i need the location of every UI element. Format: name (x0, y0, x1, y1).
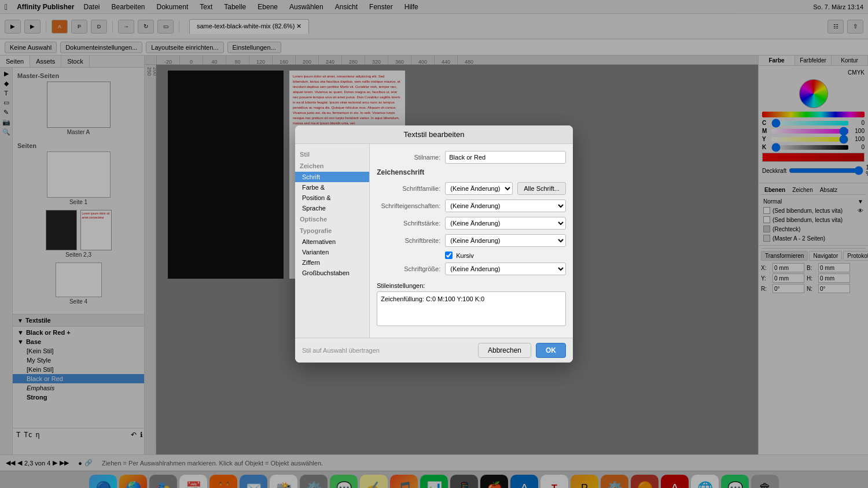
dialog-item-position[interactable]: Position & (295, 193, 369, 203)
stilname-row: Stilname: (377, 151, 566, 164)
dialog-item-sprache[interactable]: Sprache (295, 203, 369, 213)
schriftgroesse-label: Schriftgröße: (377, 265, 440, 272)
stileinstellungen-label: Stileinstellungen: (377, 282, 566, 289)
dialog-item-farbe[interactable]: Farbe & (295, 182, 369, 193)
schrifteigenschaften-select[interactable]: (Keine Änderung) (445, 199, 566, 212)
schriftstaerke-select[interactable]: (Keine Änderung) (445, 217, 566, 230)
textstil-bearbeiten-dialog: Textstil bearbeiten Stil Zeichen Schrift… (295, 125, 573, 363)
dialog-section-zeichen: Zeichen (295, 160, 369, 172)
schriftbreite-row: Schriftbreite: (Keine Änderung) (377, 234, 566, 247)
stileinstellungen-value: Zeichenfüllung: C:0 M:100 Y:100 K:0 (381, 295, 484, 302)
dialog-title: Textstil bearbeiten (295, 125, 573, 144)
schriftgroesse-select[interactable]: (Keine Änderung) (445, 263, 566, 275)
dialog-item-ziffern[interactable]: Ziffern (295, 257, 369, 268)
transfer-label: Stil auf Auswahl übertragen (302, 347, 380, 354)
stileinstellungen-section: Stileinstellungen: Zeichenfüllung: C:0 M… (377, 282, 566, 326)
dialog-section-stil: Stil (295, 149, 369, 160)
schriftgroesse-row: Schriftgröße: (Keine Änderung) (377, 263, 566, 275)
abbrechen-button[interactable]: Abbrechen (478, 343, 531, 358)
schriftfamilie-row: Schriftfamilie: (Keine Änderung) Alle Sc… (377, 182, 566, 195)
kursiv-row: Kursiv (445, 252, 566, 259)
schrifteigenschaften-row: Schrifteigenschaften: (Keine Änderung) (377, 199, 566, 212)
stileinstellungen-box: Zeichenfüllung: C:0 M:100 Y:100 K:0 (377, 291, 566, 326)
alle-schrift-btn[interactable]: Alle Schrift... (517, 182, 566, 195)
schriftbreite-label: Schriftbreite: (377, 237, 440, 244)
dialog-item-schrift[interactable]: Schrift (295, 172, 369, 182)
stilname-input[interactable] (445, 151, 566, 164)
dialog-section-typografie: Typografie (295, 225, 369, 236)
stilname-label: Stilname: (377, 154, 440, 161)
schriftfamilie-label: Schriftfamilie: (377, 185, 440, 192)
schrifteigenschaften-label: Schrifteigenschaften: (377, 202, 440, 209)
zeichenschrift-header: Zeichenschrift (377, 168, 566, 176)
dialog-right-panel: Stilname: Zeichenschrift Schriftfamilie:… (370, 144, 573, 338)
dialog-body: Stil Zeichen Schrift Farbe & Position & … (295, 144, 573, 338)
schriftfamilie-select[interactable]: (Keine Änderung) (445, 182, 513, 195)
dialog-section-optische: Optische (295, 213, 369, 225)
dialog-overlay: Textstil bearbeiten Stil Zeichen Schrift… (0, 0, 868, 488)
ok-button[interactable]: OK (536, 343, 566, 358)
dialog-footer-buttons: Abbrechen OK (478, 343, 566, 358)
schriftstaerke-row: Schriftstärke: (Keine Änderung) (377, 217, 566, 230)
dialog-left-panel: Stil Zeichen Schrift Farbe & Position & … (295, 144, 370, 338)
kursiv-label: Kursiv (456, 252, 474, 259)
schriftbreite-select[interactable]: (Keine Änderung) (445, 234, 566, 247)
dialog-item-grossbuchstaben[interactable]: Großbuchstaben (295, 268, 369, 278)
schriftstaerke-label: Schriftstärke: (377, 220, 440, 227)
dialog-item-alternativen[interactable]: Alternativen (295, 236, 369, 247)
dialog-item-varianten[interactable]: Varianten (295, 247, 369, 257)
kursiv-checkbox[interactable] (445, 252, 453, 259)
dialog-footer: Stil auf Auswahl übertragen Abbrechen OK (295, 338, 573, 363)
